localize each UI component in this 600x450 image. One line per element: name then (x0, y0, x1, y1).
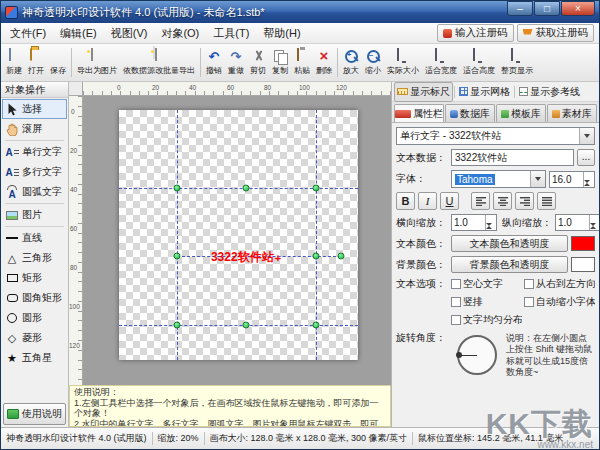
new-button[interactable]: 新建 (3, 45, 25, 80)
view-toggles: 显示标尺 显示网格 显示参考线 (392, 82, 599, 102)
minimize-button[interactable]: – (507, 1, 533, 16)
rotation-dial-dot[interactable] (456, 352, 462, 358)
align-left-button[interactable] (471, 192, 490, 210)
checkbox-auto-shrink[interactable]: 自动缩小字体 (524, 295, 595, 309)
checkbox-hollow-text[interactable]: 空心文字 (451, 277, 522, 291)
tool-diamond[interactable]: ◇ 菱形 (2, 328, 67, 348)
zoom-in-button[interactable]: +放大 (340, 45, 362, 80)
zoom-in-icon: + (344, 49, 359, 64)
fit-height-icon (473, 48, 475, 61)
checkbox-vertical[interactable]: 竖排 (451, 295, 522, 309)
selection-handle[interactable] (174, 185, 181, 192)
align-center-button[interactable] (493, 192, 512, 210)
batch-export-button[interactable]: 依数据源改批量导出 (120, 45, 198, 80)
tool-multi-line-text[interactable]: A 多行文字 (2, 162, 67, 182)
tab-templates[interactable]: 模板库 (496, 104, 546, 122)
maximize-button[interactable]: □ (534, 1, 560, 16)
text-data-input[interactable]: 3322软件站 (451, 149, 574, 166)
tab-properties[interactable]: 属性栏 (394, 104, 444, 122)
align-justify-button[interactable] (537, 192, 556, 210)
selection-handle[interactable] (174, 253, 181, 260)
enter-regcode-button[interactable]: 输入注册码 (437, 24, 514, 42)
cut-button[interactable]: 剪切 (247, 45, 269, 80)
star-icon: ★ (4, 351, 20, 366)
rotation-dial[interactable] (457, 335, 497, 375)
text-color-button[interactable]: 文本颜色和透明度 (451, 235, 568, 252)
tool-single-line-text[interactable]: A 单行文字 (2, 142, 67, 162)
watermark-text-object[interactable]: 3322软件站 + (211, 249, 281, 266)
checkbox-right-to-left[interactable]: 从右到左方向 (524, 277, 595, 291)
paste-button[interactable]: 粘贴 (291, 45, 313, 80)
tool-rectangle[interactable]: 矩形 (2, 268, 67, 288)
delete-button[interactable]: 删除 (313, 45, 335, 80)
selection-handle[interactable] (243, 185, 250, 192)
tool-arc-text[interactable]: A 圆弧文字 (2, 182, 67, 202)
save-button[interactable]: 保存 (47, 45, 69, 80)
menu-tools[interactable]: 工具(T) (206, 24, 256, 43)
checkbox-even-distribute[interactable]: 文字均匀分布 (451, 313, 522, 327)
fit-height-button[interactable]: 适合高度 (460, 45, 498, 80)
bg-color-button[interactable]: 背景颜色和透明度 (451, 256, 568, 273)
tool-image[interactable]: 图片 (2, 205, 67, 225)
object-selector-dropdown[interactable]: 单行文字 - 3322软件站 (396, 127, 595, 145)
selection-handle[interactable] (313, 253, 320, 260)
italic-button[interactable]: I (418, 192, 437, 210)
underline-button[interactable]: U (440, 192, 459, 210)
text-color-swatch[interactable] (571, 236, 595, 251)
get-regcode-button[interactable]: 获取注册码 (517, 24, 595, 42)
show-grid-toggle[interactable]: 显示网格 (456, 82, 513, 102)
fit-width-button[interactable]: 适合宽度 (422, 45, 460, 80)
bold-button[interactable]: B (396, 192, 415, 210)
checkbox-icon (451, 315, 461, 325)
close-button[interactable]: × (561, 1, 595, 16)
copy-button[interactable]: 复制 (269, 45, 291, 80)
menu-edit[interactable]: 编辑(E) (53, 24, 104, 43)
selection-handle[interactable] (313, 185, 320, 192)
tool-star[interactable]: ★ 五角星 (2, 348, 67, 368)
selection-handle[interactable] (174, 322, 181, 329)
tool-circle[interactable]: 圆形 (2, 308, 67, 328)
tool-select[interactable]: 选择 (2, 99, 67, 119)
v-scale-spinner[interactable]: 1.0 (555, 214, 599, 231)
font-dropdown[interactable]: Tahoma (451, 170, 546, 188)
font-size-spinner[interactable]: 16.0 (549, 171, 595, 188)
redo-button[interactable]: 重做 (225, 45, 247, 80)
tool-triangle[interactable]: △ 三角形 (2, 248, 67, 268)
text-options-group: 空心文字 从右到左方向 竖排 自动缩小字体 文字均匀分布 (451, 277, 595, 327)
tool-pan[interactable]: 滚屏 (2, 119, 67, 139)
menu-object[interactable]: 对象(O) (154, 24, 206, 43)
tool-rounded-rectangle[interactable]: 圆角矩形 (2, 288, 67, 308)
delete-icon (317, 49, 332, 64)
align-right-button[interactable] (515, 192, 534, 210)
text-data-more-button[interactable]: ... (577, 149, 595, 166)
show-ruler-toggle[interactable]: 显示标尺 (394, 82, 453, 102)
h-scale-spinner[interactable]: 1.0 (451, 214, 497, 231)
usage-note-line: 1.左侧工具栏中选择一个对象后，在画布区域按住鼠标左键拖动，即可添加一个对象！ (74, 398, 386, 419)
menu-file[interactable]: 文件(F) (3, 24, 53, 43)
copy-icon (273, 49, 288, 64)
whole-page-button[interactable]: 整页显示 (498, 45, 536, 80)
canvas-viewport[interactable]: 3322软件站 + (83, 96, 391, 385)
undo-button[interactable]: 撤销 (203, 45, 225, 80)
show-guides-toggle[interactable]: 显示参考线 (516, 82, 583, 102)
transparent-canvas[interactable] (119, 110, 358, 360)
fit-width-icon (435, 48, 437, 61)
title-bar: 神奇透明水印设计软件 4.0 (试用版) - 未命名1.stb* – □ × (1, 1, 599, 23)
rotation-handle[interactable] (338, 253, 345, 260)
bg-color-swatch[interactable] (571, 257, 595, 272)
zoom-out-button[interactable]: –缩小 (362, 45, 384, 80)
export-image-button[interactable]: 导出为图片 (74, 45, 120, 80)
selection-handle[interactable] (313, 322, 320, 329)
status-mouse-position: 鼠标位置坐标: 145.2 毫米, 41.1 毫米 (418, 432, 563, 445)
chevron-down-icon (579, 128, 594, 144)
diamond-icon: ◇ (4, 331, 20, 346)
tool-line[interactable]: 直线 (2, 228, 67, 248)
tab-materials[interactable]: 素材库 (547, 104, 597, 122)
open-button[interactable]: 打开 (25, 45, 47, 80)
selection-handle[interactable] (243, 322, 250, 329)
menu-view[interactable]: 视图(V) (104, 24, 155, 43)
tab-database[interactable]: 数据库 (445, 104, 495, 122)
actual-size-button[interactable]: 实际大小 (384, 45, 422, 80)
usage-help-button[interactable]: 使用说明 (3, 403, 66, 425)
menu-help[interactable]: 帮助(H) (256, 24, 307, 43)
